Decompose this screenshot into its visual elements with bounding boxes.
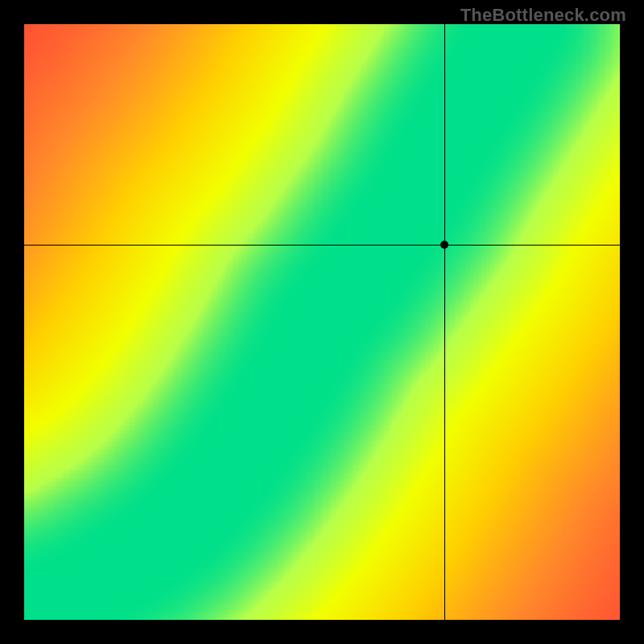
crosshair-point: [440, 241, 448, 249]
watermark-text: TheBottleneck.com: [460, 5, 626, 26]
crosshair-vertical: [444, 24, 445, 620]
crosshair-horizontal: [24, 245, 620, 246]
heatmap-canvas: [24, 24, 620, 620]
chart-stage: TheBottleneck.com: [0, 0, 644, 644]
